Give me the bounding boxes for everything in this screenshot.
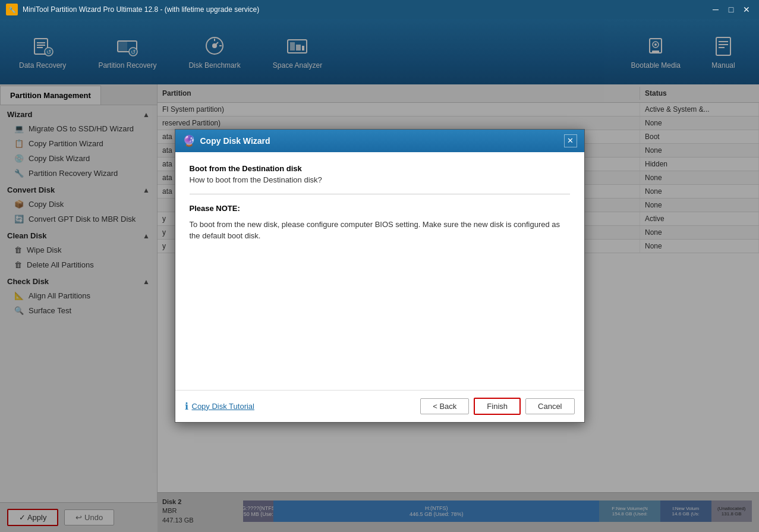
dialog-subtitle: How to boot from the Destination disk? <box>190 175 570 184</box>
dialog-note-title: Please NOTE: <box>190 204 570 213</box>
dialog-footer: ℹ Copy Disk Tutorial < Back Finish Cance… <box>175 390 584 422</box>
minimize-button[interactable]: ─ <box>709 3 722 16</box>
window-controls[interactable]: ─ □ ✕ <box>709 3 753 16</box>
dialog-wizard-icon: 🔮 <box>182 134 196 147</box>
dialog-footer-left: ℹ Copy Disk Tutorial <box>185 401 416 412</box>
cancel-button[interactable]: Cancel <box>525 398 574 414</box>
dialog-divider <box>190 194 570 194</box>
close-button[interactable]: ✕ <box>740 3 753 16</box>
maximize-button[interactable]: □ <box>725 3 738 16</box>
dialog-overlay: 🔮 Copy Disk Wizard ✕ Boot from the Desti… <box>0 19 759 532</box>
dialog-title: Copy Disk Wizard <box>200 136 559 146</box>
app-icon: 🔧 <box>6 4 18 15</box>
dialog-body: Boot from the Destination disk How to bo… <box>175 152 584 390</box>
copy-disk-tutorial-link[interactable]: Copy Disk Tutorial <box>192 402 254 411</box>
copy-disk-wizard-dialog: 🔮 Copy Disk Wizard ✕ Boot from the Desti… <box>175 129 585 423</box>
back-button[interactable]: < Back <box>420 398 469 414</box>
finish-button[interactable]: Finish <box>474 398 521 415</box>
dialog-note-text: To boot from the new disk, please config… <box>190 219 570 242</box>
titlebar: 🔧 MiniTool Partition Wizard Pro Ultimate… <box>0 0 759 19</box>
dialog-section-title: Boot from the Destination disk <box>190 164 570 173</box>
app-title: MiniTool Partition Wizard Pro Ultimate 1… <box>23 5 709 14</box>
dialog-close-button[interactable]: ✕ <box>564 134 577 147</box>
dialog-titlebar: 🔮 Copy Disk Wizard ✕ <box>175 130 584 152</box>
tutorial-info-icon: ℹ <box>185 401 188 412</box>
